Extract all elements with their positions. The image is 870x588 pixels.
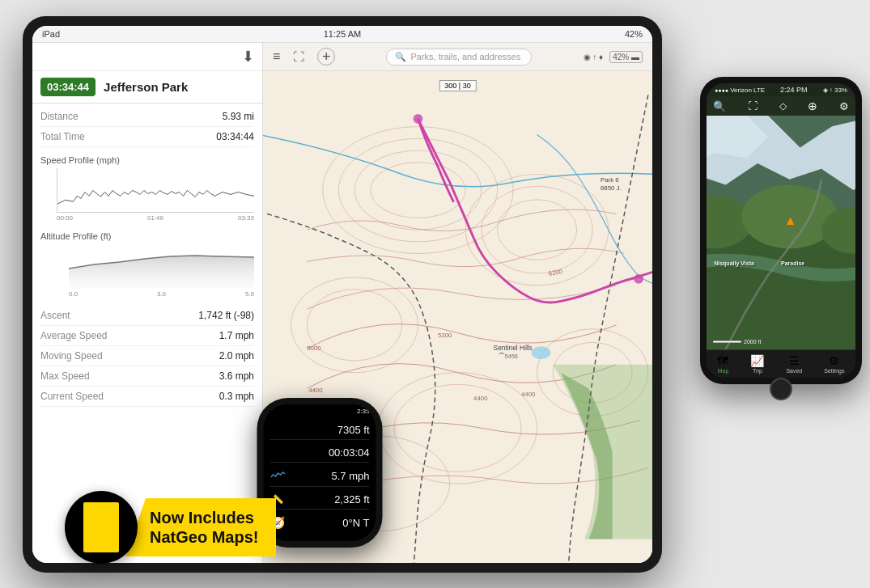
trip-tab-label: Trip bbox=[753, 368, 762, 374]
iphone-add-icon[interactable]: ⊕ bbox=[808, 99, 817, 112]
natgeo-rectangle bbox=[83, 502, 119, 552]
watch-row-altitude: ⛰ 7305 ft bbox=[270, 420, 370, 440]
ascent-value: 1,742 ft (-98) bbox=[198, 310, 254, 321]
iphone-scale-text: 2000 ft bbox=[744, 339, 761, 345]
iphone-search-icon[interactable]: 🔍 bbox=[713, 100, 726, 112]
altitude-icon: ⛰ bbox=[270, 423, 286, 436]
stat-row-current-speed: Current Speed 0.3 mph bbox=[40, 387, 254, 407]
iphone-tab-trip[interactable]: 📈 Trip bbox=[750, 354, 764, 374]
watch-status-bar: 2:35 bbox=[264, 404, 376, 418]
stat-row-moving-speed: Moving Speed 2.0 mph bbox=[40, 346, 254, 366]
timer-badge: 03:34:44 bbox=[40, 78, 95, 96]
search-placeholder: Parks, trails, and addresses bbox=[410, 52, 520, 61]
iphone-tab-settings[interactable]: ⚙ Settings bbox=[824, 354, 844, 374]
altitude-value: 7305 ft bbox=[293, 424, 370, 436]
natgeo-circle bbox=[65, 491, 138, 564]
ipad-status-battery: 42% bbox=[625, 29, 643, 39]
map-toolbar: ≡ ⛶ + 🔍 Parks, trails, and addresses ◉ ↑… bbox=[263, 43, 652, 71]
svg-text:5200: 5200 bbox=[438, 332, 452, 339]
svg-text:⁀5456: ⁀5456 bbox=[499, 353, 517, 360]
ipad-status-bar: iPad 11:25 AM 42% bbox=[32, 26, 652, 43]
map-toolbar-left: ≡ ⛶ + bbox=[273, 48, 335, 66]
natgeo-text-line1: Now Includes bbox=[150, 508, 258, 527]
natgeo-text-box: Now Includes NatGeo Maps! bbox=[125, 498, 276, 556]
iphone-tab-saved[interactable]: ☰ Saved bbox=[786, 354, 802, 374]
speed-chart-section: Speed Profile (mph) 00:00 01:46 bbox=[32, 150, 262, 226]
altitude-chart-title: Altitude Profile (ft) bbox=[40, 231, 254, 241]
add-icon[interactable]: + bbox=[317, 48, 335, 66]
trip-name: Jefferson Park bbox=[104, 80, 188, 94]
settings-tab-icon: ⚙ bbox=[829, 354, 839, 367]
speed-chart bbox=[57, 168, 254, 213]
timer-icon: ⏱ bbox=[270, 446, 286, 459]
scene: iPad 11:25 AM 42% ⬇ 03:34:44 Jefferson P… bbox=[0, 0, 870, 588]
watch-data: ⛰ 7305 ft ⏱ 00:03:04 5.7 mph 📏 bbox=[264, 418, 376, 541]
avg-speed-value: 1.7 mph bbox=[219, 330, 254, 341]
iphone-expand-icon[interactable]: ⛶ bbox=[748, 100, 758, 112]
location-marker: ▲ bbox=[784, 214, 797, 228]
layers-icon[interactable]: ≡ bbox=[273, 49, 280, 64]
lower-stats-list: Ascent 1,742 ft (-98) Average Speed 1.7 … bbox=[32, 302, 262, 410]
moving-speed-label: Moving Speed bbox=[40, 350, 103, 362]
stat-row-max-speed: Max Speed 3.6 mph bbox=[40, 366, 254, 387]
iphone-bottom-bar: 🗺 Map 📈 Trip ☰ Saved ⚙ Settings bbox=[707, 349, 855, 378]
left-panel: ⬇ 03:34:44 Jefferson Park Distance 5.93 … bbox=[32, 43, 263, 563]
ipad-status-left: iPad bbox=[42, 29, 60, 39]
iphone-diamond-icon[interactable]: ◇ bbox=[779, 100, 787, 112]
speed-chart-title: Speed Profile (mph) bbox=[40, 155, 254, 165]
expand-icon[interactable]: ⛶ bbox=[293, 50, 304, 63]
natgeo-text-line2: NatGeo Maps! bbox=[150, 527, 258, 547]
watch-time-value: 00:03:04 bbox=[293, 446, 370, 459]
time-value: 03:34:44 bbox=[216, 131, 254, 142]
bearing-value: 0°N T bbox=[293, 517, 370, 529]
panel-header: ⬇ bbox=[32, 43, 262, 71]
altitude-chart-x-labels: 0.0 3.0 5.9 bbox=[69, 290, 254, 298]
svg-text:4400: 4400 bbox=[521, 391, 536, 398]
moving-speed-value: 2.0 mph bbox=[219, 350, 254, 362]
trip-header: 03:34:44 Jefferson Park bbox=[32, 71, 262, 104]
ascent-label: Ascent bbox=[40, 310, 70, 321]
current-speed-value: 0.3 mph bbox=[219, 391, 254, 402]
map-tab-label: Map bbox=[718, 368, 729, 374]
watch-time: 2:35 bbox=[357, 408, 370, 415]
svg-text:5000: 5000 bbox=[307, 345, 321, 352]
svg-point-23 bbox=[634, 274, 643, 284]
svg-text:Park 6: Park 6 bbox=[601, 176, 619, 184]
speed-value: 5.7 mph bbox=[293, 470, 370, 482]
distance-label: Distance bbox=[40, 111, 79, 122]
distance-value-watch: 2,325 ft bbox=[293, 493, 370, 506]
iphone-toolbar: 🔍 ⛶ ◇ ⊕ ⚙ bbox=[707, 96, 855, 116]
saved-tab-label: Saved bbox=[786, 368, 802, 374]
speed-chart-x-labels: 00:00 01:46 03:33 bbox=[57, 214, 254, 222]
settings-tab-label: Settings bbox=[824, 368, 844, 374]
stats-list: Distance 5.93 mi Total Time 03:34:44 bbox=[32, 104, 262, 150]
svg-text:6850 J.: 6850 J. bbox=[601, 184, 622, 192]
scale-text: 300 | 30 bbox=[444, 82, 470, 90]
svg-point-22 bbox=[414, 114, 423, 124]
watch-row-distance: 📏 2,325 ft bbox=[270, 490, 370, 510]
altitude-chart-section: Altitude Profile (ft) bbox=[32, 226, 262, 302]
iphone-gear-icon[interactable]: ⚙ bbox=[839, 100, 849, 112]
iphone-scale-bar: 2000 ft bbox=[713, 339, 761, 345]
map-toolbar-right: ◉ ↑ ♦ 42% ▬ bbox=[584, 51, 643, 63]
altitude-chart bbox=[69, 244, 254, 289]
stat-row-distance: Distance 5.93 mi bbox=[40, 107, 254, 127]
iphone-tab-map[interactable]: 🗺 Map bbox=[717, 354, 728, 374]
iphone-home-button[interactable] bbox=[770, 378, 792, 400]
watch-row-time: ⏱ 00:03:04 bbox=[270, 443, 370, 463]
natgeo-badge: Now Includes NatGeo Maps! bbox=[65, 491, 276, 564]
map-search[interactable]: 🔍 Parks, trails, and addresses bbox=[386, 49, 532, 66]
max-speed-label: Max Speed bbox=[40, 370, 90, 382]
stat-row-ascent: Ascent 1,742 ft (-98) bbox=[40, 306, 254, 326]
svg-point-28 bbox=[532, 346, 551, 359]
iphone-map[interactable]: ▲ Nisqually Vista Paradise 2000 ft bbox=[707, 116, 855, 349]
watch-row-speed: 5.7 mph bbox=[270, 466, 370, 487]
current-speed-label: Current Speed bbox=[40, 391, 104, 402]
scale-bar: 300 | 30 bbox=[439, 80, 476, 91]
battery-info: ◈ ↑ 33% bbox=[823, 87, 847, 94]
time-label: Total Time bbox=[40, 131, 85, 142]
download-icon[interactable]: ⬇ bbox=[242, 48, 254, 66]
svg-marker-0 bbox=[69, 256, 254, 288]
iphone-time: 2:24 PM bbox=[780, 86, 808, 94]
map-tab-icon: 🗺 bbox=[717, 354, 728, 367]
